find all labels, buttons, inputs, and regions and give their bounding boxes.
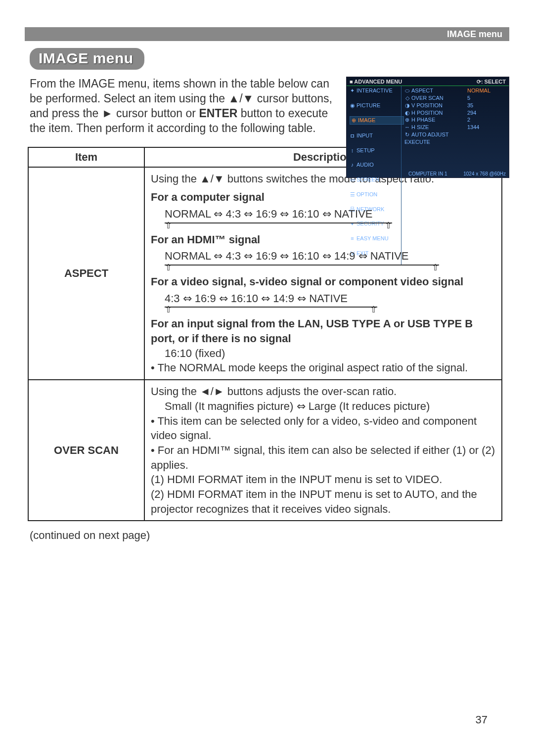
section-pill: IMAGE menu — [30, 48, 144, 70]
row-aspect-item: ASPECT — [28, 167, 144, 380]
aspect-h4: For an input signal from the LAN, USB TY… — [151, 316, 495, 346]
osd-menu-left: ✦INTERACTIVE◉PICTURE⊕IMAGE◘INPUT↕SETUP♪A… — [347, 86, 401, 265]
osd-select-hint: ⟳: SELECT — [477, 79, 506, 85]
aspect-fixed: 16:10 (fixed) — [151, 346, 495, 361]
overscan-line1: Using the ◄/► buttons adjusts the over-s… — [151, 384, 495, 399]
osd-source: COMPUTER IN 1 — [408, 171, 447, 177]
osd-footer: COMPUTER IN 1 1024 x 768 @60Hz — [394, 171, 506, 177]
aspect-seq3: 4:3 ⇔ 16:9 ⇔ 16:10 ⇔ 14:9 ⇔ NATIVE — [165, 291, 377, 306]
intro-text: From the IMAGE menu, items shown in the … — [30, 77, 341, 136]
aspect-seq2: NORMAL ⇔ 4:3 ⇔ 16:9 ⇔ 16:10 ⇔ 14:9 ⇔ NAT… — [165, 249, 439, 264]
continued-text: (continued on next page) — [30, 529, 534, 542]
row-overscan-desc: Using the ◄/► buttons adjusts the over-s… — [144, 380, 502, 521]
section-title: IMAGE menu — [39, 50, 134, 66]
aspect-seq1: NORMAL ⇔ 4:3 ⇔ 16:9 ⇔ 16:10 ⇔ NATIVE — [165, 207, 392, 222]
header-bar: IMAGE menu — [25, 27, 509, 41]
aspect-h3: For a video signal, s-video signal or co… — [151, 274, 495, 289]
overscan-s2: (2) HDMI FORMAT item in the INPUT menu i… — [151, 487, 495, 516]
osd-resolution: 1024 x 768 @60Hz — [463, 171, 506, 177]
header-breadcrumb: IMAGE menu — [447, 29, 502, 39]
col-item: Item — [28, 147, 144, 167]
overscan-line2: Small (It magnifies picture) ⇔ Large (It… — [151, 399, 495, 414]
osd-titlebar: ■ ADVANCED MENU ⟳: SELECT — [347, 77, 509, 86]
intro-block: From the IMAGE menu, items shown in the … — [30, 77, 509, 136]
osd-screenshot: ■ ADVANCED MENU ⟳: SELECT ✦INTERACTIVE◉P… — [346, 77, 509, 178]
overscan-s1: (1) HDMI FORMAT item in the INPUT menu i… — [151, 472, 495, 487]
osd-title: ■ ADVANCED MENU — [350, 79, 402, 85]
overscan-b2: • For an HDMI™ signal, this item can als… — [151, 443, 495, 472]
overscan-b1: • This item can be selected only for a v… — [151, 414, 495, 443]
aspect-note: • The NORMAL mode keeps the original asp… — [151, 360, 495, 375]
page-number: 37 — [476, 713, 488, 726]
row-overscan-item: OVER SCAN — [28, 380, 144, 521]
